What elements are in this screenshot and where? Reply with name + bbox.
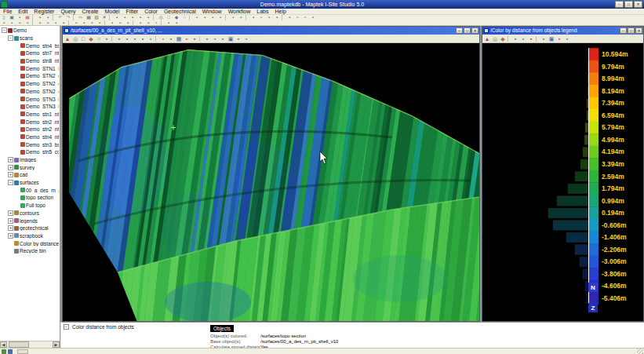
print-view-icon[interactable]: ▪: [555, 35, 563, 42]
tree-node[interactable]: +scrapbook: [0, 232, 59, 240]
annotate-icon[interactable]: ▪: [540, 35, 548, 42]
filter-isolated-icon[interactable]: ▪: [273, 15, 281, 20]
property-value[interactable]: /surfaces/00_a_des_rn_pit_shell_v10: [260, 339, 338, 344]
tree-node[interactable]: +images: [0, 156, 59, 164]
tree-node[interactable]: Demo_stn2_ntho...: [0, 126, 59, 133]
scroll-thumb[interactable]: [9, 341, 29, 348]
tree-expander[interactable]: +: [8, 157, 13, 162]
tree-node[interactable]: −surfaces: [0, 179, 59, 187]
tree-expander[interactable]: +: [8, 172, 13, 177]
create-line-icon[interactable]: ▪: [80, 20, 88, 26]
tree-node[interactable]: Demo_stn3_bs1...: [0, 141, 59, 148]
create-text-icon[interactable]: ▪: [96, 20, 104, 26]
station-setup-icon[interactable]: ▪: [24, 20, 31, 26]
tree-node[interactable]: Demo_stn4_bs1...: [0, 42, 59, 49]
minimize-button[interactable]: –: [615, 1, 624, 8]
snap-mode-icon[interactable]: [8, 349, 13, 354]
tree-expander[interactable]: +: [8, 218, 13, 224]
register-scan-icon[interactable]: ▪: [0, 20, 8, 26]
close-button[interactable]: ✕: [635, 27, 642, 34]
shade-flat-icon[interactable]: ▪: [167, 35, 175, 42]
color-by-intensity-icon[interactable]: ▪: [52, 20, 60, 26]
open-icon[interactable]: ▣: [8, 15, 16, 20]
menu-labs[interactable]: Labs: [253, 9, 271, 14]
minimize-button[interactable]: –: [620, 27, 627, 34]
tree-node[interactable]: −Demo: [0, 27, 59, 35]
query-point-icon[interactable]: ▪: [237, 15, 245, 20]
menu-create[interactable]: Create: [78, 9, 101, 14]
menu-color[interactable]: Color: [141, 9, 161, 14]
print-view-icon[interactable]: ▪: [235, 35, 242, 42]
select-lasso-icon[interactable]: ▪: [129, 15, 136, 20]
legend-svg[interactable]: 10.594m9.794m8.994m8.194m7.394m6.594m5.7…: [482, 43, 643, 321]
menu-filter[interactable]: Filter: [123, 9, 142, 14]
tree-node[interactable]: +survey: [0, 163, 59, 171]
cut-icon[interactable]: ✂: [77, 15, 85, 20]
view-east-icon[interactable]: ▪: [131, 35, 139, 42]
tree-node[interactable]: +contours: [0, 210, 59, 217]
export-icon[interactable]: ▪: [44, 15, 52, 20]
color-by-distance-icon[interactable]: ▪: [44, 20, 52, 26]
maximize-button[interactable]: □: [464, 27, 471, 34]
legend-title-bar[interactable]: /Color by distance from objects legend –…: [482, 27, 643, 35]
filter-vegetation-icon[interactable]: ▪: [265, 15, 273, 20]
menu-query[interactable]: Query: [57, 9, 78, 14]
legend-3d-view[interactable]: 10.594m9.794m8.994m8.194m7.394m6.594m5.7…: [482, 43, 643, 321]
minimize-button[interactable]: –: [456, 27, 463, 34]
resize-grip[interactable]: [637, 349, 643, 354]
orbit-tool-icon[interactable]: ○: [95, 35, 103, 42]
maximize-button[interactable]: □: [628, 27, 635, 34]
help-about-icon[interactable]: ▪: [173, 20, 180, 26]
tree-node[interactable]: Demo_stn7_ntho...: [0, 49, 59, 57]
view-perspective-icon[interactable]: ▪: [147, 35, 155, 42]
tree-node[interactable]: +geotechnical: [0, 224, 59, 232]
model-solid-icon[interactable]: ▪: [116, 20, 124, 26]
render-settings-icon[interactable]: ▪: [242, 35, 250, 42]
import-icon[interactable]: ▪: [36, 15, 44, 20]
look-around-icon[interactable]: ▪: [103, 35, 111, 42]
menu-workflow[interactable]: Workflow: [225, 9, 254, 14]
render-settings-icon[interactable]: ▪: [563, 35, 571, 42]
shade-smooth-icon[interactable]: ▪: [159, 35, 167, 42]
triangulate-icon[interactable]: ▪: [286, 15, 293, 20]
tree-node[interactable]: Demo_stn5_co...: [0, 148, 59, 156]
menu-file[interactable]: File: [0, 9, 15, 14]
tree-node[interactable]: Demo_STN1_RN...: [0, 64, 59, 72]
color-by-height-icon[interactable]: ▪: [36, 20, 44, 26]
property-value[interactable]: /surfaces/topo section: [260, 334, 306, 338]
view-east-icon[interactable]: ▪: [209, 15, 216, 20]
tree-expander[interactable]: +: [8, 233, 13, 239]
zoom-extents-icon[interactable]: ◎: [157, 15, 165, 20]
tree-expander[interactable]: +: [8, 210, 13, 216]
tree-node[interactable]: Demo_stn2_ntho...: [0, 118, 59, 126]
view-home-icon[interactable]: ▲: [483, 35, 491, 42]
paste-icon[interactable]: ▧: [93, 15, 100, 20]
tree-node[interactable]: topo section: [0, 194, 59, 202]
close-button[interactable]: ✕: [471, 27, 478, 34]
tree-node[interactable]: Color by distance f...: [0, 239, 59, 247]
clip-screen-icon[interactable]: ▪: [203, 35, 211, 42]
color-ramp-edit-icon[interactable]: ▪: [60, 20, 67, 26]
section-create-icon[interactable]: ▪: [211, 35, 219, 42]
menu-geotechnical[interactable]: Geotechnical: [161, 9, 199, 14]
menu-model[interactable]: Model: [102, 9, 123, 14]
zoom-all-icon[interactable]: ◎: [71, 35, 79, 42]
viewport-title-bar[interactable]: /surfaces/00_a_des_rn_pit_shell_v10, ...…: [63, 27, 479, 35]
wireframe-icon[interactable]: ▦: [175, 35, 183, 42]
tree-node[interactable]: Demo_STN2_co...: [0, 72, 59, 80]
tree-expander[interactable]: −: [8, 35, 13, 41]
boolean-ops-icon[interactable]: ▪: [124, 20, 132, 26]
create-point-icon[interactable]: ▪: [72, 20, 80, 26]
scroll-left-button[interactable]: ◀: [0, 341, 7, 348]
invert-selection-icon[interactable]: ▪: [144, 15, 152, 20]
tree-node[interactable]: −scans: [0, 35, 59, 42]
redo-icon[interactable]: ↷: [64, 15, 72, 20]
settings-icon[interactable]: ▪: [165, 20, 173, 26]
orbit-icon[interactable]: ○: [180, 15, 188, 20]
measure-distance-icon[interactable]: ▪: [229, 15, 237, 20]
collapse-panel-button[interactable]: −: [64, 324, 69, 330]
view-north-icon[interactable]: ▪: [123, 35, 131, 42]
tree-expander[interactable]: +: [8, 165, 13, 170]
view-front-icon[interactable]: ▪: [201, 15, 209, 20]
explorer-hscrollbar[interactable]: ◀ ▶: [0, 341, 60, 348]
